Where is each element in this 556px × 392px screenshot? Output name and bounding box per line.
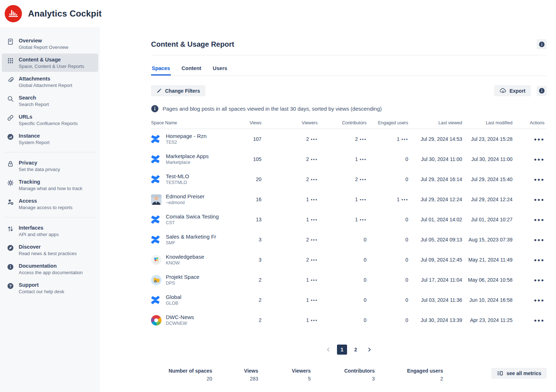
col-viewers[interactable]: Viewers: [261, 120, 318, 125]
space-key: TES2: [166, 139, 206, 146]
viewers-more-dots-icon[interactable]: ●●●: [311, 158, 318, 161]
row-actions-button[interactable]: ●●●: [534, 238, 544, 242]
chevron-left-icon: [326, 347, 331, 352]
contributors-value: 0: [364, 277, 366, 283]
sidebar-item-access[interactable]: Access Manage access to reports: [2, 195, 98, 213]
engaged-more-dots-icon[interactable]: ●●●: [401, 198, 408, 201]
row-actions-button[interactable]: ●●●: [534, 158, 544, 161]
space-name-link[interactable]: Global: [166, 294, 181, 300]
sidebar-item-search[interactable]: Search Search Report: [2, 92, 98, 110]
viewers-more-dots-icon[interactable]: ●●●: [311, 138, 318, 141]
contributors-value: 2: [355, 176, 358, 182]
metric-contributors: Contributors 3: [311, 368, 375, 382]
viewers-more-dots-icon[interactable]: ●●●: [311, 258, 318, 262]
sidebar-item-title: Content & Usage: [19, 56, 84, 63]
col-views[interactable]: Views: [229, 120, 261, 125]
user-avatar: [151, 194, 161, 205]
page-button-2[interactable]: 2: [351, 345, 361, 355]
sidebar-item-title: Support: [19, 281, 64, 289]
space-name-link[interactable]: Comala Swica Testing: [166, 213, 219, 220]
last-viewed-value: Jul 09, 2024 12:45: [408, 257, 462, 263]
paperclip-icon: [7, 76, 15, 83]
space-name-link[interactable]: Test-MLO: [166, 173, 189, 180]
contributors-more-dots-icon[interactable]: ●●●: [360, 218, 366, 221]
sidebar-item-subtitle: Global Report Overview: [19, 44, 68, 50]
tab-spaces[interactable]: Spaces: [151, 63, 171, 75]
viewers-more-dots-icon[interactable]: ●●●: [311, 218, 318, 221]
col-last-modified[interactable]: Last modified: [462, 120, 512, 125]
row-actions-button[interactable]: ●●●: [534, 218, 544, 222]
engaged-more-dots-icon[interactable]: ●●●: [401, 138, 408, 141]
row-actions-button[interactable]: ●●●: [534, 138, 544, 141]
export-info-button[interactable]: [537, 86, 547, 96]
row-actions-button[interactable]: ●●●: [534, 258, 544, 262]
engaged-users-value: 0: [405, 156, 408, 162]
change-filters-button[interactable]: Change Filters: [151, 85, 205, 96]
sidebar-item-title: Documentation: [19, 262, 83, 269]
sidebar-item-discover[interactable]: Discover Read news & best practices: [2, 241, 98, 259]
confluence-space-icon: [151, 296, 163, 304]
row-actions-button[interactable]: ●●●: [534, 198, 544, 202]
pagination: 1 2: [151, 345, 547, 355]
space-name-link[interactable]: Marketplace Apps: [166, 153, 209, 160]
space-name-link[interactable]: Projekt Space: [166, 273, 199, 280]
views-value: 2: [259, 297, 261, 303]
table-row: Sales & Marketing Fr SMF 3 2●●● 0●●● 0●●…: [151, 230, 547, 250]
engaged-users-value: 1: [397, 197, 400, 202]
sidebar-item-documentation[interactable]: Documentation Access the app documentati…: [2, 260, 98, 278]
row-actions-button[interactable]: ●●●: [534, 278, 544, 282]
contributors-value: 0: [364, 317, 366, 323]
last-modified-value: Jun 10, 2024 16:58: [462, 297, 512, 303]
sidebar-item-interfaces[interactable]: Interfaces API and other apps: [2, 222, 98, 240]
space-name-link[interactable]: Edmond Preiser: [166, 193, 205, 200]
instance-chart-icon: [7, 133, 15, 140]
report-info-button[interactable]: [537, 39, 547, 49]
see-all-metrics-button[interactable]: see all metrics: [491, 368, 547, 379]
export-button[interactable]: Export: [494, 85, 531, 96]
grid-icon: [7, 57, 15, 64]
contributors-more-dots-icon[interactable]: ●●●: [360, 138, 366, 141]
sidebar-item-instance[interactable]: Instance System Report: [2, 130, 98, 148]
last-modified-value: Apr 23, 2024 11:25: [462, 317, 512, 323]
sidebar-item-subtitle: System Report: [19, 139, 50, 146]
sidebar-item-attachments[interactable]: Attachments Global Attachment Report: [2, 73, 98, 91]
confluence-space-icon: [151, 155, 163, 163]
sidebar-item-urls[interactable]: URLs Specific Confluence Reports: [2, 111, 98, 129]
views-value: 2: [259, 317, 261, 323]
sidebar-item-support[interactable]: ? Support Contact our help desk: [2, 279, 98, 297]
info-icon: [539, 41, 545, 47]
next-page-button[interactable]: [364, 345, 374, 355]
space-name-link[interactable]: DWC-News: [166, 314, 194, 320]
viewers-more-dots-icon[interactable]: ●●●: [311, 299, 318, 302]
prev-page-button[interactable]: [323, 345, 333, 355]
viewers-more-dots-icon[interactable]: ●●●: [311, 178, 318, 181]
viewers-more-dots-icon[interactable]: ●●●: [311, 278, 318, 282]
space-name-link[interactable]: Sales & Marketing Fr: [166, 233, 216, 240]
sidebar-item-content-usage[interactable]: Content & Usage Space, Content & User Re…: [2, 54, 98, 72]
contributors-more-dots-icon[interactable]: ●●●: [360, 178, 366, 181]
contributors-more-dots-icon[interactable]: ●●●: [360, 198, 366, 201]
tab-users[interactable]: Users: [212, 63, 228, 75]
viewers-more-dots-icon[interactable]: ●●●: [311, 319, 318, 322]
col-contributors[interactable]: Contributors: [318, 120, 366, 125]
table-row: Marketplace Apps Marketplace 105 2●●● 1●…: [151, 149, 547, 169]
col-last-viewed[interactable]: Last viewed: [408, 120, 462, 125]
col-space-name[interactable]: Space Name: [151, 120, 229, 125]
sidebar-item-overview[interactable]: Overview Global Report Overview: [2, 34, 98, 53]
viewers-more-dots-icon[interactable]: ●●●: [311, 198, 318, 201]
sidebar-item-privacy[interactable]: Privacy Set the data privacy: [2, 157, 98, 175]
row-actions-button[interactable]: ●●●: [534, 178, 544, 181]
space-name-link[interactable]: Homepage - Rzn: [166, 133, 206, 139]
col-engaged-users[interactable]: Engaged users: [366, 120, 408, 125]
row-actions-button[interactable]: ●●●: [534, 299, 544, 302]
user-avatar: [151, 194, 163, 205]
sidebar-item-tracking[interactable]: Tracking Manage what and how to track: [2, 176, 98, 194]
sidebar-item-title: Tracking: [19, 178, 82, 185]
page-button-1[interactable]: 1: [337, 345, 347, 355]
contributors-more-dots-icon[interactable]: ●●●: [360, 158, 366, 161]
sidebar-item-subtitle: Set the data privacy: [19, 166, 60, 172]
tab-content[interactable]: Content: [181, 63, 202, 75]
viewers-more-dots-icon[interactable]: ●●●: [311, 238, 318, 241]
space-name-link[interactable]: Knowledgebase: [166, 253, 204, 260]
row-actions-button[interactable]: ●●●: [534, 319, 544, 322]
